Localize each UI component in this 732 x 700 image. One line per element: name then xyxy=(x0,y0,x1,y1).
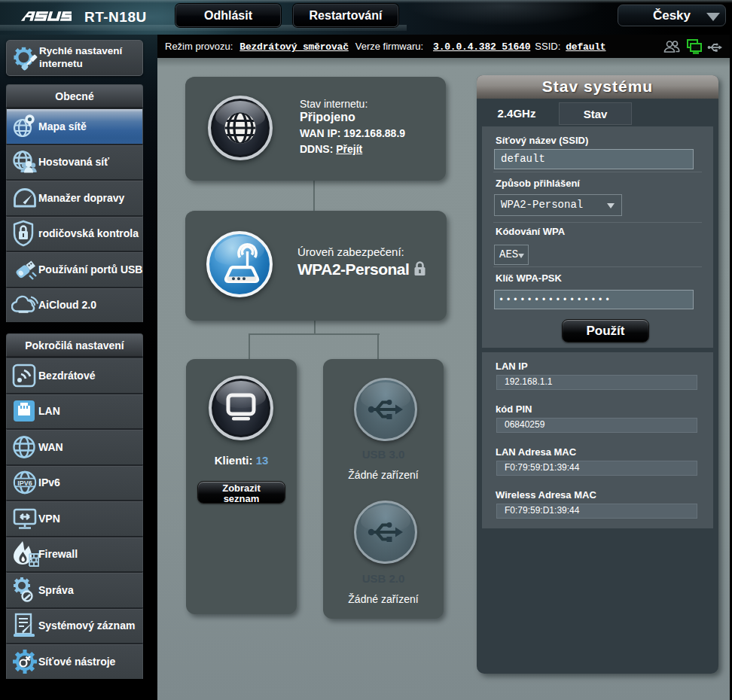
svg-text:IPV6: IPV6 xyxy=(17,479,32,487)
